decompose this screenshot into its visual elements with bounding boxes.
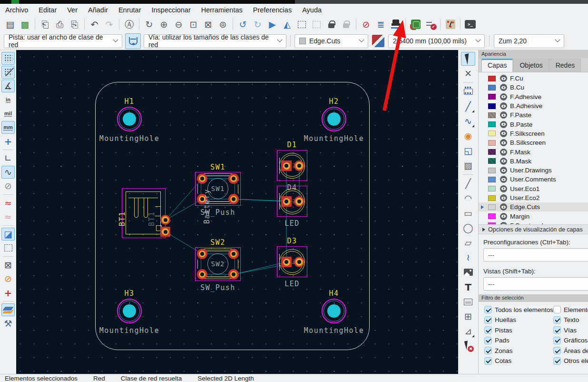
layer-row-b.adhesive[interactable]: B.Adhesive xyxy=(479,101,588,111)
zones-outline-button[interactable] xyxy=(1,241,15,254)
layer-row-f.courtyard[interactable]: F.Courtyard xyxy=(479,221,588,224)
ratsnest-selected-only-button[interactable]: ⊘ xyxy=(1,180,15,192)
menu-enrutar[interactable]: Enrutar xyxy=(113,4,147,16)
layer-row-edge.cuts[interactable]: Edge.Cuts xyxy=(479,202,588,211)
add-dimension-button[interactable]: ⊿ xyxy=(461,324,475,338)
mirror-button[interactable]: ◭ xyxy=(280,18,294,31)
polar-coordinates-button[interactable]: ∡ xyxy=(1,80,15,92)
checkbox[interactable] xyxy=(484,347,492,354)
layer-row-b.cu[interactable]: B.Cu xyxy=(479,83,588,92)
add-via-button[interactable]: ◉ xyxy=(461,129,475,143)
grid-visibility-button[interactable] xyxy=(1,52,15,65)
grid-size-dropdown[interactable]: 2,5400 mm (100,00 mils) xyxy=(388,34,485,48)
units-mm-button[interactable]: mm xyxy=(1,121,15,134)
layer-color-swatch[interactable] xyxy=(488,140,496,146)
layer-color-swatch[interactable] xyxy=(488,186,496,191)
layer-visibility-eye-icon[interactable] xyxy=(500,93,507,101)
ungroup-button[interactable] xyxy=(310,18,323,31)
layer-color-swatch[interactable] xyxy=(488,112,496,118)
layer-color-swatch[interactable] xyxy=(488,149,496,155)
layer-color-swatch[interactable] xyxy=(488,131,496,136)
track-width-dropdown[interactable]: Pista: usar el ancho de clase de red xyxy=(4,34,122,48)
layer-visibility-eye-icon[interactable] xyxy=(500,185,507,192)
add-text-button[interactable]: T xyxy=(461,280,475,294)
layer-color-swatch[interactable] xyxy=(488,158,496,164)
menu-inspeccionar[interactable]: Inspeccionar xyxy=(147,4,196,16)
layer-row-f.paste[interactable]: F.Paste xyxy=(479,111,588,120)
refresh-view-button[interactable]: ↻ xyxy=(142,18,156,31)
presets-dropdown[interactable]: --- xyxy=(483,248,588,261)
rotate-ccw-button[interactable]: ↺ xyxy=(236,18,250,31)
units-mils-button[interactable]: mil xyxy=(1,107,15,120)
layer-visibility-eye-icon[interactable] xyxy=(500,121,507,128)
zoom-fit-page-button[interactable]: ⊡ xyxy=(186,18,200,31)
tab-objetos[interactable]: Objetos xyxy=(513,59,549,72)
checkbox[interactable] xyxy=(553,326,561,334)
active-layer-dropdown[interactable]: Edge.Cuts xyxy=(294,34,368,48)
via-size-dropdown[interactable]: Vía: utilizar los tamaños de las clases … xyxy=(144,34,286,48)
tune-track-length-button[interactable]: ∿ xyxy=(461,114,475,128)
update-pcb-from-schematic-button[interactable] xyxy=(409,18,422,31)
undo-button[interactable]: ↶ xyxy=(88,18,101,31)
footprint-editor-button[interactable]: ⊘ xyxy=(359,18,373,31)
add-textbox-button[interactable] xyxy=(461,295,475,309)
layer-color-swatch[interactable] xyxy=(488,76,496,81)
layer-color-swatch[interactable] xyxy=(488,121,496,127)
zoom-fit-objects-button[interactable]: ⊠ xyxy=(201,18,215,31)
tab-redes[interactable]: Redes xyxy=(549,59,581,72)
tab-capas[interactable]: Capas xyxy=(481,59,513,72)
layer-visibility-eye-icon[interactable] xyxy=(500,75,507,82)
draw-polygon-button[interactable]: ▱ xyxy=(461,236,475,250)
zoom-in-button[interactable]: ⊕ xyxy=(157,18,171,31)
layer-color-swatch[interactable] xyxy=(488,168,496,173)
layer-visibility-eye-icon[interactable] xyxy=(500,167,507,174)
group-button[interactable] xyxy=(295,18,309,31)
scripting-console-button[interactable]: >_ xyxy=(463,18,477,31)
layer-row-user.drawings[interactable]: User.Drawings xyxy=(479,166,588,175)
layer-color-swatch[interactable] xyxy=(488,103,496,109)
layer-visibility-eye-icon[interactable] xyxy=(500,194,507,201)
layer-row-f.mask[interactable]: F.Mask xyxy=(479,147,588,156)
net-highlight-mode-button[interactable]: ≈ xyxy=(1,211,15,223)
layer-display-options-bar[interactable]: Opciones de visualización de capas xyxy=(479,224,588,234)
draw-circle-button[interactable]: ◯ xyxy=(461,221,475,235)
page-settings-button[interactable]: ⎗ xyxy=(38,18,52,31)
layer-color-swatch[interactable] xyxy=(488,222,496,224)
menu-añadir[interactable]: Añadir xyxy=(83,4,113,16)
properties-manager-button[interactable]: ⚒ xyxy=(1,317,15,330)
layer-color-swatch[interactable] xyxy=(488,213,496,219)
layer-visibility-eye-icon[interactable] xyxy=(500,222,507,224)
layer-row-b.mask[interactable]: B.Mask xyxy=(479,157,588,166)
add-image-button[interactable] xyxy=(461,265,475,279)
draw-bezier-button[interactable]: ≀ xyxy=(461,251,475,264)
checkbox[interactable] xyxy=(484,316,492,324)
menu-editar[interactable]: Editar xyxy=(33,4,62,16)
menu-preferencias[interactable]: Preferencias xyxy=(248,4,297,16)
lock-button[interactable] xyxy=(324,18,338,31)
add-table-button[interactable]: ⊞ xyxy=(461,310,475,323)
flip-board-view-button[interactable]: ▶ xyxy=(265,18,279,31)
layer-row-b.silkscreen[interactable]: B.Silkscreen xyxy=(479,138,588,147)
highlight-local-ratsnest-button[interactable]: ✕ xyxy=(461,67,475,80)
redo-button[interactable]: ↷ xyxy=(102,18,116,31)
layer-color-swatch[interactable] xyxy=(488,204,496,210)
layer-color-swatch[interactable] xyxy=(488,85,496,90)
zoom-out-button[interactable]: ⊖ xyxy=(172,18,186,31)
layer-row-b.paste[interactable]: B.Paste xyxy=(479,120,588,129)
layer-visibility-eye-icon[interactable] xyxy=(500,213,507,220)
viewports-dropdown[interactable]: --- xyxy=(483,277,588,291)
track-via-sync-toggle[interactable] xyxy=(125,33,141,49)
select-tool-button[interactable] xyxy=(461,52,475,66)
route-tracks-button[interactable]: ╱ xyxy=(461,100,475,113)
layer-row-f.cu[interactable]: F.Cu xyxy=(479,74,588,83)
checkbox[interactable] xyxy=(553,357,561,365)
zoom-selection-button[interactable]: ⊚ xyxy=(216,18,230,31)
design-rules-check-button[interactable] xyxy=(423,18,437,31)
vias-outline-mode-button[interactable]: ⊘ xyxy=(1,272,15,285)
menu-archivo[interactable]: Archivo xyxy=(0,4,33,16)
grid-overrides-button[interactable] xyxy=(1,66,15,79)
layer-visibility-eye-icon[interactable] xyxy=(500,158,507,165)
menu-herramientas[interactable]: Herramientas xyxy=(196,4,248,16)
layer-visibility-eye-icon[interactable] xyxy=(500,203,507,211)
layer-row-user.eco1[interactable]: User.Eco1 xyxy=(479,184,588,193)
